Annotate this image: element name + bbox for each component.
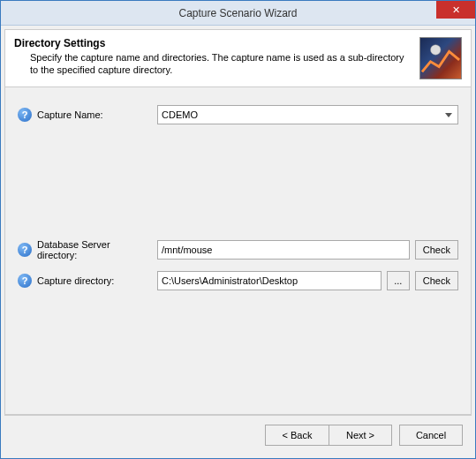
capture-name-row: ? Capture Name: CDEMO xyxy=(18,105,458,124)
titlebar: Capture Scenario Wizard ✕ xyxy=(1,1,475,26)
header-panel: Directory Settings Specify the capture n… xyxy=(4,29,472,87)
capture-dir-input[interactable] xyxy=(157,271,382,290)
capture-dir-row: ? Capture directory: ... Check xyxy=(18,271,458,290)
wizard-body: Directory Settings Specify the capture n… xyxy=(1,26,475,458)
help-icon[interactable]: ? xyxy=(18,108,32,122)
capture-dir-label: Capture directory: xyxy=(37,275,152,286)
header-description: Specify the capture name and directories… xyxy=(14,51,411,77)
cancel-button[interactable]: Cancel xyxy=(399,425,463,446)
window-title: Capture Scenario Wizard xyxy=(178,7,297,19)
header-text: Directory Settings Specify the capture n… xyxy=(14,37,411,77)
close-icon: ✕ xyxy=(452,4,460,16)
db-server-dir-input[interactable] xyxy=(157,240,410,260)
capture-dir-check-button[interactable]: Check xyxy=(415,271,458,290)
db-server-dir-check-button[interactable]: Check xyxy=(415,240,458,260)
help-icon[interactable]: ? xyxy=(18,274,32,288)
capture-dir-browse-button[interactable]: ... xyxy=(387,271,410,290)
back-button[interactable]: < Back xyxy=(265,425,329,446)
close-button[interactable]: ✕ xyxy=(436,1,475,19)
header-title: Directory Settings xyxy=(14,37,411,49)
db-server-dir-label: Database Server directory: xyxy=(37,239,152,260)
content-panel: ? Capture Name: CDEMO ? Database Server … xyxy=(4,87,472,415)
svg-point-0 xyxy=(431,45,442,55)
wizard-icon xyxy=(419,37,462,79)
next-button[interactable]: Next > xyxy=(329,425,392,446)
db-server-dir-row: ? Database Server directory: Check xyxy=(18,239,458,260)
capture-name-value: CDEMO xyxy=(162,109,198,120)
help-icon[interactable]: ? xyxy=(18,243,32,257)
capture-name-label: Capture Name: xyxy=(37,109,152,120)
button-bar: < Back Next > Cancel xyxy=(4,415,472,455)
capture-name-combo[interactable]: CDEMO xyxy=(157,105,458,124)
